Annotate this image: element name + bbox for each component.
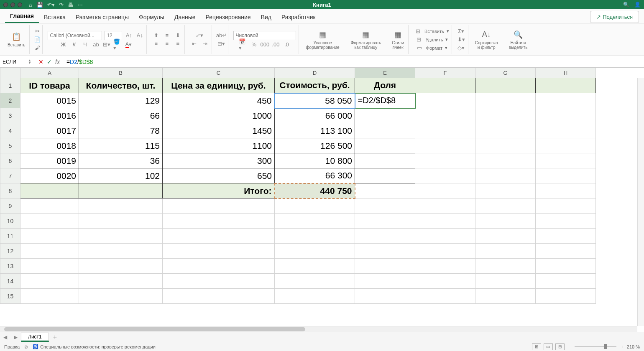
cell-C9[interactable] bbox=[163, 198, 275, 214]
cell-A14[interactable] bbox=[20, 274, 79, 289]
cell-G8[interactable] bbox=[475, 183, 536, 198]
copy-icon[interactable]: 📄 bbox=[33, 36, 41, 43]
view-normal-icon[interactable]: ⊞ bbox=[532, 343, 541, 350]
cell-B1[interactable]: Количество, шт. bbox=[79, 78, 163, 93]
cell-D4[interactable]: 113 100 bbox=[275, 123, 355, 138]
cell-C4[interactable]: 1450 bbox=[163, 123, 275, 138]
cell-C1[interactable]: Цена за единицу, руб. bbox=[163, 78, 275, 93]
cell-G10[interactable] bbox=[475, 214, 536, 229]
macro-icon[interactable]: ⎚ bbox=[25, 344, 28, 349]
cell-E4[interactable] bbox=[355, 123, 415, 138]
row-header-12[interactable]: 12 bbox=[0, 244, 20, 259]
zoom-out-button[interactable]: − bbox=[567, 344, 570, 349]
cell-A10[interactable] bbox=[20, 214, 79, 229]
row-header-10[interactable]: 10 bbox=[0, 214, 20, 229]
paste-button[interactable]: 📋Вставить bbox=[6, 30, 27, 49]
cell-A5[interactable]: 0018 bbox=[20, 138, 79, 153]
save-icon[interactable]: 💾 bbox=[36, 2, 43, 8]
sheet-nav-next[interactable]: ▶ bbox=[10, 334, 21, 340]
cell-B13[interactable] bbox=[79, 259, 163, 274]
col-header-F[interactable]: F bbox=[415, 68, 475, 78]
cell-F3[interactable] bbox=[415, 108, 475, 123]
tab-data[interactable]: Данные bbox=[169, 11, 201, 23]
col-header-C[interactable]: C bbox=[163, 68, 275, 78]
cell-B6[interactable]: 36 bbox=[79, 153, 163, 168]
cell-B15[interactable] bbox=[79, 289, 163, 304]
autosum-icon[interactable]: Σ▾ bbox=[457, 28, 465, 35]
cell-E15[interactable] bbox=[355, 289, 415, 304]
undo-icon[interactable]: ↶▾ bbox=[47, 2, 55, 8]
tab-formulas[interactable]: Формулы bbox=[134, 11, 169, 23]
cell-F11[interactable] bbox=[415, 229, 475, 244]
italic-icon[interactable]: К bbox=[70, 41, 78, 48]
cell-A11[interactable] bbox=[20, 229, 79, 244]
cell-C8[interactable]: Итого: bbox=[163, 183, 275, 198]
cell-G1[interactable] bbox=[475, 78, 536, 93]
cell-C15[interactable] bbox=[163, 289, 275, 304]
cell-B7[interactable]: 102 bbox=[79, 168, 163, 183]
percent-icon[interactable]: % bbox=[250, 41, 258, 48]
cell-A7[interactable]: 0020 bbox=[20, 168, 79, 183]
cell-E3[interactable] bbox=[355, 108, 415, 123]
search-icon[interactable]: 🔍 bbox=[623, 2, 629, 8]
conditional-formatting-button[interactable]: ▦Условное форматирование bbox=[304, 28, 341, 51]
wrap-text-icon[interactable]: ab↵ bbox=[217, 32, 225, 39]
cut-icon[interactable]: ✂ bbox=[33, 28, 41, 35]
row-header-15[interactable]: 15 bbox=[0, 289, 20, 304]
cell-C12[interactable] bbox=[163, 244, 275, 259]
cell-E5[interactable] bbox=[355, 138, 415, 153]
cell-H13[interactable] bbox=[536, 259, 596, 274]
cell-A15[interactable] bbox=[20, 289, 79, 304]
cell-D12[interactable] bbox=[275, 244, 355, 259]
tab-home[interactable]: Главная bbox=[5, 10, 39, 23]
cell-H11[interactable] bbox=[536, 229, 596, 244]
underline-icon[interactable]: Ч bbox=[81, 41, 89, 48]
cell-E6[interactable] bbox=[355, 153, 415, 168]
cell-D7[interactable]: 66 300 bbox=[275, 168, 355, 183]
cell-E10[interactable] bbox=[355, 214, 415, 229]
increase-font-icon[interactable]: A↑ bbox=[125, 32, 133, 39]
align-right-icon[interactable]: ≡ bbox=[174, 40, 182, 48]
tab-developer[interactable]: Разработчик bbox=[276, 11, 321, 23]
cell-A13[interactable] bbox=[20, 259, 79, 274]
cell-F1[interactable] bbox=[415, 78, 475, 93]
cell-G4[interactable] bbox=[475, 123, 536, 138]
row-header-11[interactable]: 11 bbox=[0, 229, 20, 244]
row-header-14[interactable]: 14 bbox=[0, 274, 20, 289]
cell-H12[interactable] bbox=[536, 244, 596, 259]
tab-layout[interactable]: Разметка страницы bbox=[71, 11, 134, 23]
cell-A1[interactable]: ID товара bbox=[20, 78, 79, 93]
cell-F13[interactable] bbox=[415, 259, 475, 274]
cell-G2[interactable] bbox=[475, 93, 536, 108]
cell-A9[interactable] bbox=[20, 198, 79, 214]
comma-icon[interactable]: 000 bbox=[261, 41, 269, 48]
cell-A12[interactable] bbox=[20, 244, 79, 259]
align-top-icon[interactable]: ⬆ bbox=[152, 32, 160, 39]
align-left-icon[interactable]: ≡ bbox=[152, 40, 160, 48]
cell-G6[interactable] bbox=[475, 153, 536, 168]
cell-H9[interactable] bbox=[536, 198, 596, 214]
format-cells-icon[interactable]: ▭ bbox=[415, 44, 424, 52]
tab-review[interactable]: Рецензирование bbox=[201, 11, 256, 23]
add-sheet-button[interactable]: + bbox=[49, 333, 61, 341]
strike-icon[interactable]: ab bbox=[92, 41, 100, 48]
cell-D15[interactable] bbox=[275, 289, 355, 304]
cell-B8[interactable] bbox=[79, 183, 163, 198]
cell-D2[interactable]: 58 050 bbox=[275, 93, 355, 108]
cell-F12[interactable] bbox=[415, 244, 475, 259]
cell-H10[interactable] bbox=[536, 214, 596, 229]
col-header-E[interactable]: E bbox=[355, 68, 415, 78]
font-color-icon[interactable]: A▾ bbox=[124, 41, 133, 48]
bold-icon[interactable]: Ж bbox=[59, 41, 67, 48]
cell-A2[interactable]: 0015 bbox=[20, 93, 79, 108]
tab-insert[interactable]: Вставка bbox=[39, 11, 71, 23]
home-icon[interactable]: ⌂ bbox=[29, 2, 32, 8]
share-button[interactable]: ↗ Поделиться bbox=[590, 11, 639, 23]
view-break-icon[interactable]: ⊟ bbox=[555, 343, 565, 350]
cell-H4[interactable] bbox=[536, 123, 596, 138]
cell-F5[interactable] bbox=[415, 138, 475, 153]
cell-G14[interactable] bbox=[475, 274, 536, 289]
find-select-button[interactable]: 🔍Найти и выделить bbox=[507, 28, 529, 51]
cell-D8[interactable]: 440 750 bbox=[275, 183, 355, 198]
cell-B3[interactable]: 66 bbox=[79, 108, 163, 123]
